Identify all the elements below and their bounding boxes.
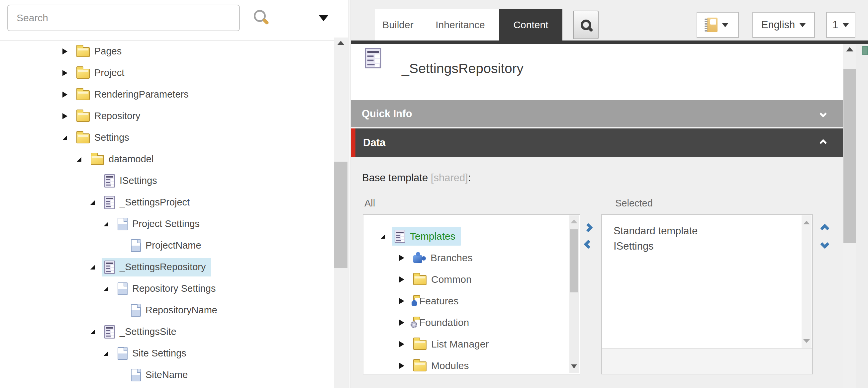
tree-item-settingssite[interactable]: _SettingsSite bbox=[0, 321, 334, 343]
tree-item-settings[interactable]: Settings bbox=[0, 127, 334, 148]
caret-down-icon bbox=[799, 23, 806, 27]
collapse-arrow-icon[interactable] bbox=[77, 157, 88, 162]
selected-items: Standard template ISettings bbox=[602, 223, 788, 254]
template-icon bbox=[104, 261, 115, 274]
tree-item-label: Foundation bbox=[419, 317, 469, 328]
collapse-arrow-icon[interactable] bbox=[104, 222, 115, 226]
scrollbar-thumb[interactable] bbox=[334, 162, 347, 268]
section-document-icon bbox=[118, 218, 128, 230]
editor-scrollbar[interactable] bbox=[843, 44, 856, 388]
tree-item-repositoryname[interactable]: RepositoryName bbox=[0, 299, 334, 321]
collapse-arrow-icon[interactable] bbox=[90, 200, 102, 205]
page-title: _SettingsRepository bbox=[402, 61, 524, 76]
tree-item-modules[interactable]: Modules bbox=[364, 355, 566, 377]
notebook-flag-icon bbox=[707, 18, 717, 32]
right-edge-strip bbox=[856, 44, 868, 388]
language-flag-button[interactable] bbox=[696, 12, 739, 38]
tree-item-site-settings[interactable]: Site Settings bbox=[0, 343, 334, 364]
tree-item-settingsproject[interactable]: _SettingsProject bbox=[0, 192, 334, 213]
collapse-arrow-icon[interactable] bbox=[104, 351, 115, 356]
tree-item-branches[interactable]: Branches bbox=[364, 247, 566, 268]
tree-item-pages[interactable]: Pages bbox=[0, 40, 334, 62]
tree-item-features[interactable]: Features bbox=[364, 290, 566, 312]
version-select-button[interactable]: 1 bbox=[826, 12, 856, 38]
editor-search-button[interactable] bbox=[573, 11, 598, 39]
scroll-up-icon[interactable] bbox=[571, 219, 577, 223]
collapse-arrow-icon[interactable] bbox=[90, 265, 102, 269]
chevron-down-icon[interactable] bbox=[819, 110, 827, 118]
folder-icon bbox=[76, 112, 90, 122]
item-header: _SettingsRepository bbox=[351, 44, 843, 100]
tab-content[interactable]: Content bbox=[499, 9, 562, 40]
selected-listbox-scrollbar[interactable] bbox=[802, 216, 811, 348]
search-dropdown-caret-icon[interactable] bbox=[319, 15, 328, 21]
selected-tree-node[interactable]: _SettingsRepository bbox=[102, 258, 211, 277]
all-templates-tree: Templates Branches Common Features bbox=[364, 225, 566, 377]
selected-templates-listbox[interactable]: Standard template ISettings bbox=[601, 214, 813, 375]
collapse-arrow-icon[interactable] bbox=[90, 330, 102, 334]
tree-item-label: Repository bbox=[94, 110, 141, 122]
scroll-up-icon[interactable] bbox=[846, 47, 854, 52]
scroll-down-icon[interactable] bbox=[571, 364, 577, 368]
tree-item-label: ISettings bbox=[120, 175, 157, 186]
tree-item-repository-settings[interactable]: Repository Settings bbox=[0, 278, 334, 299]
chevron-up-icon[interactable] bbox=[819, 139, 827, 147]
tree-item-renderingparameters[interactable]: RenderingParameters bbox=[0, 84, 334, 105]
selected-item[interactable]: Standard template bbox=[602, 223, 788, 239]
tree-item-repository[interactable]: Repository bbox=[0, 105, 334, 127]
scrollbar-thumb[interactable] bbox=[843, 69, 856, 243]
selected-list-label: Selected bbox=[615, 198, 653, 209]
collapse-arrow-icon[interactable] bbox=[104, 286, 115, 291]
tree-item-foundation[interactable]: Foundation bbox=[364, 312, 566, 333]
selected-tree-node[interactable]: Templates bbox=[392, 227, 461, 246]
tree-item-datamodel[interactable]: datamodel bbox=[0, 148, 334, 170]
collapse-arrow-icon[interactable] bbox=[62, 135, 74, 140]
search-input[interactable] bbox=[7, 5, 240, 31]
expand-arrow-icon[interactable] bbox=[62, 113, 74, 119]
tree-item-settingsrepository[interactable]: _SettingsRepository bbox=[0, 256, 334, 278]
expand-arrow-icon[interactable] bbox=[399, 341, 410, 347]
tree-item-project-settings[interactable]: Project Settings bbox=[0, 213, 334, 235]
collapse-arrow-icon[interactable] bbox=[381, 234, 392, 239]
expand-arrow-icon[interactable] bbox=[399, 363, 410, 369]
field-label: Base template [shared]: bbox=[362, 172, 471, 184]
tree-item-label: _SettingsProject bbox=[120, 197, 190, 208]
tree-item-label: Templates bbox=[410, 231, 456, 242]
expand-arrow-icon[interactable] bbox=[62, 48, 74, 55]
tab-builder[interactable]: Builder bbox=[375, 9, 421, 40]
tree-item-isettings[interactable]: ISettings bbox=[0, 170, 334, 192]
scroll-up-icon[interactable] bbox=[337, 41, 344, 45]
expand-arrow-icon[interactable] bbox=[62, 70, 74, 76]
section-quick-info[interactable]: Quick Info bbox=[351, 100, 843, 127]
search-icon[interactable] bbox=[254, 10, 266, 22]
language-select-button[interactable]: English bbox=[752, 12, 815, 38]
scroll-up-icon[interactable] bbox=[803, 221, 810, 224]
tree-item-label: Repository Settings bbox=[132, 283, 216, 294]
shared-annotation: [shared] bbox=[431, 172, 468, 184]
folder-icon bbox=[413, 275, 427, 285]
tree-item-list-manager[interactable]: List Manager bbox=[364, 333, 566, 355]
selected-item[interactable]: ISettings bbox=[602, 239, 788, 254]
tab-inheritance[interactable]: Inheritance bbox=[421, 9, 499, 40]
expand-arrow-icon[interactable] bbox=[399, 255, 410, 261]
tree-item-label: RepositoryName bbox=[146, 305, 217, 316]
expand-arrow-icon[interactable] bbox=[399, 277, 410, 283]
section-data[interactable]: Data bbox=[351, 128, 843, 157]
tree-item-sitename[interactable]: SiteName bbox=[0, 364, 334, 386]
scroll-down-icon[interactable] bbox=[803, 339, 810, 343]
scrollbar-thumb[interactable] bbox=[570, 229, 578, 292]
tree-item-templates[interactable]: Templates bbox=[364, 225, 566, 247]
tree-item-project[interactable]: Project bbox=[0, 62, 334, 84]
tree-item-common[interactable]: Common bbox=[364, 268, 566, 290]
folder-icon bbox=[413, 361, 427, 371]
expand-arrow-icon[interactable] bbox=[399, 298, 410, 304]
expand-arrow-icon[interactable] bbox=[62, 92, 74, 98]
tree-item-label: List Manager bbox=[431, 338, 489, 350]
all-listbox-scrollbar[interactable] bbox=[569, 216, 579, 373]
tree-item-projectname[interactable]: ProjectName bbox=[0, 235, 334, 256]
expand-arrow-icon[interactable] bbox=[399, 320, 410, 326]
template-icon bbox=[104, 325, 115, 338]
folder-gear-icon bbox=[413, 320, 414, 326]
left-tree-scrollbar[interactable] bbox=[334, 37, 348, 388]
all-templates-listbox[interactable]: Templates Branches Common Features bbox=[363, 214, 580, 375]
